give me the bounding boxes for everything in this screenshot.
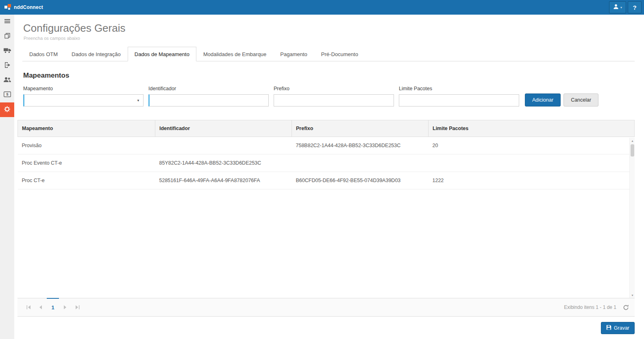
table-body: Provisão 758B82C2-1A44-428A-BB52-3C33D6D…: [18, 137, 635, 189]
cell-limite-pacotes: 1222: [429, 172, 635, 189]
chevron-down-icon: ▼: [137, 99, 140, 102]
section-title: Mapeamentos: [23, 72, 635, 80]
sidebar-item-users[interactable]: [0, 73, 14, 88]
gravar-button[interactable]: Gravar: [601, 322, 635, 334]
tab-dados-otm[interactable]: Dados OTM: [22, 47, 65, 61]
mapeamento-select[interactable]: ▼: [23, 94, 144, 106]
cell-mapeamento: Proc CT-e: [18, 172, 155, 189]
limite-pacotes-label: Limite Pacotes: [399, 86, 519, 91]
sidebar-item-documents[interactable]: [0, 29, 14, 44]
cell-prefixo: [292, 154, 429, 172]
next-page-button[interactable]: [59, 298, 71, 316]
identificador-label: Identificador: [148, 86, 269, 91]
field-limite-pacotes: Limite Pacotes: [399, 86, 519, 106]
help-icon: ?: [633, 4, 636, 11]
prefixo-label: Prefixo: [274, 86, 394, 91]
pagination-bar: 1 Exibindo itens 1 - 1 de 1: [17, 298, 635, 317]
app-window: nddConnect ▾ ?: [0, 0, 644, 339]
topbar-actions: ▾ ?: [609, 0, 644, 15]
column-header-limite-pacotes[interactable]: Limite Pacotes: [429, 120, 635, 137]
cell-identificador: 85Y82C2-1A44-428A-BB52-3C33D6DE253C: [155, 154, 292, 172]
page-header: Configurações Gerais Preencha os campos …: [22, 22, 635, 41]
sidebar-item-billing[interactable]: $: [0, 88, 14, 102]
cell-limite-pacotes: 20: [429, 137, 635, 154]
chevron-down-icon: ▾: [620, 6, 622, 9]
cell-mapeamento: Provisão: [18, 137, 155, 154]
field-prefixo: Prefixo: [274, 86, 394, 106]
brand[interactable]: nddConnect: [0, 3, 43, 12]
nddconnect-logo-icon: [4, 3, 11, 12]
column-header-prefixo[interactable]: Prefixo: [292, 120, 429, 137]
pagination-status: Exibindo itens 1 - 1 de 1: [564, 298, 629, 316]
sidebar-item-transport[interactable]: [0, 44, 14, 59]
help-button[interactable]: ?: [628, 1, 642, 13]
cell-prefixo: 758B82C2-1A44-428A-BB52-3C33D6DE253C: [292, 137, 429, 154]
sidebar-item-exit[interactable]: [0, 59, 14, 73]
mappings-table: Mapeamento Identificador Prefixo Limite …: [17, 120, 635, 189]
exit-icon: [4, 62, 11, 70]
limite-pacotes-input[interactable]: [399, 94, 519, 106]
billing-icon: $: [4, 91, 11, 99]
prefixo-input[interactable]: [274, 94, 394, 106]
mapeamento-label: Mapeamento: [23, 86, 144, 91]
form-buttons: Adicionar Cancelar: [525, 93, 598, 106]
sidebar-item-settings[interactable]: [0, 102, 14, 117]
last-page-button[interactable]: [71, 298, 83, 316]
tab-pre-documento[interactable]: Pré-Documento: [314, 47, 365, 61]
table-row[interactable]: Proc CT-e 5285161F-646A-49FA-A6A4-9FA878…: [18, 172, 635, 189]
user-icon: [613, 4, 619, 11]
scroll-up-icon[interactable]: ▲: [630, 138, 635, 143]
tab-modalidades-de-embarque[interactable]: Modalidades de Embarque: [196, 47, 273, 61]
first-page-button[interactable]: [22, 298, 35, 316]
topbar: nddConnect ▾ ?: [0, 0, 644, 15]
tab-dados-de-integracao[interactable]: Dados de Integração: [65, 47, 128, 61]
menu-icon: [4, 18, 11, 26]
users-icon: [4, 77, 11, 84]
column-header-identificador[interactable]: Identificador: [155, 120, 292, 137]
mappings-grid: Mapeamento Identificador Prefixo Limite …: [17, 120, 635, 298]
mapping-form: Mapeamento ▼ Identificador Prefixo Limit…: [23, 86, 635, 106]
table-row[interactable]: Provisão 758B82C2-1A44-428A-BB52-3C33D6D…: [18, 137, 635, 154]
truck-icon: [4, 48, 11, 55]
refresh-button[interactable]: [623, 304, 629, 311]
documents-icon: [4, 33, 11, 41]
cell-identificador: 5285161F-646A-49FA-A6A4-9FA8782076FA: [155, 172, 292, 189]
tab-dados-de-mapeamento[interactable]: Dados de Mapeamento: [128, 47, 196, 61]
settings-icon: [4, 106, 11, 114]
gravar-button-label: Gravar: [614, 325, 629, 331]
cell-limite-pacotes: [429, 154, 635, 172]
pagination-status-text: Exibindo itens 1 - 1 de 1: [564, 304, 616, 310]
sidebar-item-menu[interactable]: [0, 15, 14, 29]
scrollbar-thumb[interactable]: [631, 144, 634, 156]
svg-text:$: $: [6, 92, 8, 96]
tab-bar: Dados OTM Dados de Integração Dados de M…: [22, 47, 635, 61]
previous-page-button[interactable]: [35, 298, 47, 316]
brand-name: nddConnect: [14, 4, 43, 10]
page-title: Configurações Gerais: [23, 22, 635, 35]
cell-identificador: [155, 137, 292, 154]
table-row[interactable]: Proc Evento CT-e 85Y82C2-1A44-428A-BB52-…: [18, 154, 635, 172]
main-content: Configurações Gerais Preencha os campos …: [14, 15, 644, 339]
field-identificador: Identificador: [148, 86, 269, 106]
vertical-scrollbar[interactable]: ▲ ▼: [629, 138, 635, 298]
field-mapeamento: Mapeamento ▼: [23, 86, 144, 106]
cancelar-button[interactable]: Cancelar: [564, 93, 598, 106]
identificador-input[interactable]: [148, 94, 269, 106]
adicionar-button[interactable]: Adicionar: [525, 93, 561, 106]
page-subtitle: Preencha os campos abaixo: [24, 36, 635, 41]
table-header-row: Mapeamento Identificador Prefixo Limite …: [18, 120, 635, 137]
tab-pagamento[interactable]: Pagamento: [273, 47, 314, 61]
sidebar: $: [0, 15, 14, 339]
cell-prefixo: B60CFD05-DE66-4F92-BE55-074D39A39D03: [292, 172, 429, 189]
user-menu-button[interactable]: ▾: [609, 1, 626, 13]
column-header-mapeamento[interactable]: Mapeamento: [18, 120, 155, 137]
current-page-button[interactable]: 1: [47, 298, 59, 316]
cell-mapeamento: Proc Evento CT-e: [18, 154, 155, 172]
scroll-down-icon[interactable]: ▼: [630, 292, 635, 298]
save-icon: [606, 325, 611, 331]
footer: Gravar: [22, 317, 635, 339]
